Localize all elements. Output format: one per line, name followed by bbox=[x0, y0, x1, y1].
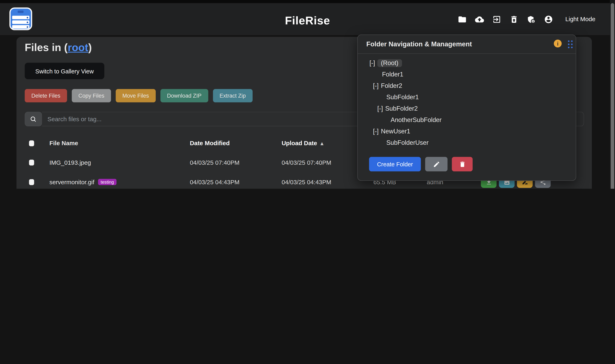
tree-toggle[interactable]: [-] bbox=[369, 59, 375, 66]
tree-folder-label[interactable]: AnotherSubFolder bbox=[391, 116, 442, 123]
app-header: FileRise Light Mode bbox=[0, 3, 615, 36]
logo-slat bbox=[12, 25, 29, 28]
page-title: Files in (root) bbox=[25, 41, 92, 54]
restore-trash-icon[interactable] bbox=[510, 15, 519, 24]
tree-folder-label[interactable]: SubFolder2 bbox=[385, 105, 418, 112]
logout-icon[interactable] bbox=[492, 15, 501, 24]
row-checkbox[interactable] bbox=[29, 160, 34, 166]
search-icon bbox=[25, 112, 42, 126]
tree-toggle[interactable]: [-] bbox=[373, 82, 379, 89]
info-icon[interactable]: i bbox=[554, 40, 562, 48]
page: FileRise Light Mode Files in (root) bbox=[0, 0, 615, 189]
upload-cloud-icon[interactable] bbox=[475, 15, 484, 24]
date-modified-value: 04/03/25 04:43PM bbox=[190, 179, 281, 186]
create-folder-button[interactable]: Create Folder bbox=[369, 157, 421, 171]
scrollbar-thumb[interactable] bbox=[611, 3, 614, 189]
drag-handle-icon[interactable] bbox=[568, 40, 573, 48]
download-zip-button[interactable]: Download ZIP bbox=[160, 89, 208, 103]
folder-tree-item[interactable]: [-] Folder2 bbox=[358, 80, 576, 91]
switch-gallery-view-button[interactable]: Switch to Gallery View bbox=[25, 63, 104, 79]
root-folder-link[interactable]: root bbox=[68, 41, 88, 53]
folder-panel-buttons: Create Folder bbox=[369, 157, 473, 171]
delete-files-button[interactable]: Delete Files bbox=[25, 89, 67, 103]
rename-folder-button[interactable] bbox=[425, 157, 448, 171]
extract-zip-button[interactable]: Extract Zip bbox=[213, 89, 253, 103]
folder-tree-item[interactable]: [-] (Root) bbox=[358, 57, 576, 69]
column-header-date-modified[interactable]: Date Modified bbox=[190, 140, 281, 147]
select-all-checkbox[interactable] bbox=[29, 140, 34, 146]
folder-panel-title: Folder Navigation & Management bbox=[366, 40, 472, 48]
folder-tree-item[interactable]: Folder1 bbox=[358, 68, 576, 80]
file-name[interactable]: servermonitor.gif bbox=[49, 179, 94, 186]
page-title-suffix: ) bbox=[88, 41, 92, 53]
top-strip bbox=[0, 0, 615, 3]
tree-toggle[interactable]: [-] bbox=[377, 105, 383, 112]
folder-icon[interactable] bbox=[458, 15, 467, 24]
tree-folder-label[interactable]: (Root) bbox=[378, 59, 402, 67]
file-tag-badge[interactable]: testing bbox=[98, 179, 117, 185]
delete-folder-button[interactable] bbox=[452, 157, 473, 171]
logo-dash bbox=[18, 11, 24, 13]
copy-files-button[interactable]: Copy Files bbox=[72, 89, 111, 103]
date-modified-value: 04/03/25 07:40PM bbox=[190, 159, 281, 166]
file-actions-toolbar: Delete FilesCopy FilesMove FilesDownload… bbox=[25, 89, 252, 103]
tree-folder-label[interactable]: NewUser1 bbox=[381, 128, 410, 135]
app-logo[interactable] bbox=[9, 8, 32, 30]
file-name[interactable]: IMG_0193.jpeg bbox=[49, 159, 91, 166]
logo-slat bbox=[12, 20, 29, 24]
page-title-prefix: Files in ( bbox=[25, 41, 67, 53]
folder-tree-item[interactable]: [-] NewUser1 bbox=[358, 126, 576, 137]
trash-icon bbox=[458, 161, 466, 168]
row-checkbox[interactable] bbox=[29, 179, 34, 185]
tree-toggle[interactable]: [-] bbox=[373, 128, 379, 135]
folder-navigation-panel: Folder Navigation & Management i [-] (Ro… bbox=[357, 35, 576, 181]
folder-tree-item[interactable]: AnotherSubFolder bbox=[358, 114, 576, 126]
folder-tree-item[interactable]: SubFolder1 bbox=[358, 91, 576, 103]
upload-date-label: Upload Date bbox=[282, 140, 317, 146]
tree-folder-label[interactable]: SubFolderUser bbox=[386, 139, 429, 146]
admin-shield-icon[interactable] bbox=[527, 15, 536, 24]
column-header-file-name[interactable]: File Name bbox=[49, 140, 190, 147]
tree-folder-label[interactable]: SubFolder1 bbox=[386, 93, 419, 101]
scrollbar-track bbox=[610, 0, 615, 189]
folder-panel-header: Folder Navigation & Management i bbox=[358, 35, 576, 54]
folder-tree: [-] (Root) Folder1 [-] Folder2 SubFolder… bbox=[358, 54, 576, 148]
tree-folder-label[interactable]: Folder1 bbox=[382, 71, 403, 78]
header-actions: Light Mode bbox=[458, 3, 595, 35]
logo-slat bbox=[12, 16, 29, 19]
folder-tree-item[interactable]: SubFolderUser bbox=[358, 137, 576, 148]
light-mode-toggle[interactable]: Light Mode bbox=[565, 16, 595, 23]
folder-tree-item[interactable]: [-] SubFolder2 bbox=[358, 103, 576, 114]
sort-ascending-icon: ▲ bbox=[319, 140, 325, 146]
pencil-icon bbox=[433, 161, 440, 168]
app-title: FileRise bbox=[285, 14, 330, 27]
move-files-button[interactable]: Move Files bbox=[116, 89, 156, 103]
account-icon[interactable] bbox=[544, 15, 553, 24]
tree-folder-label[interactable]: Folder2 bbox=[381, 82, 402, 89]
